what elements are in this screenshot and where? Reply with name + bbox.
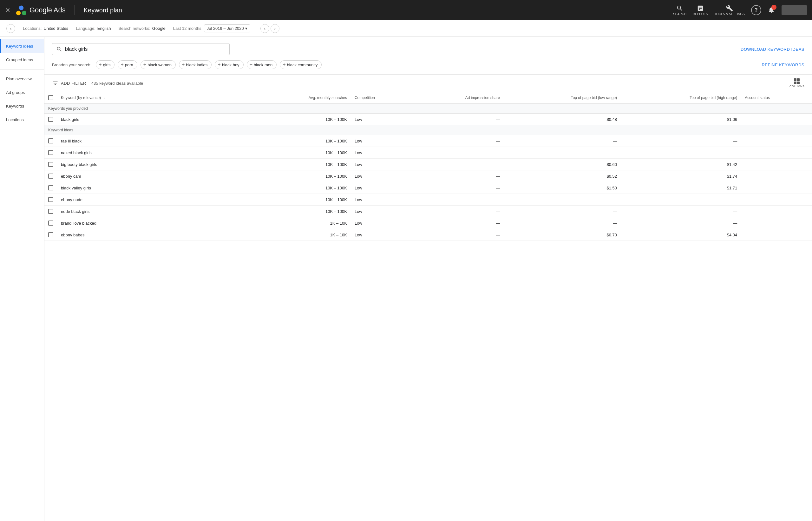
networks-filter: Search networks: Google [118, 26, 165, 31]
download-keyword-ideas-button[interactable]: DOWNLOAD KEYWORD IDEAS [741, 47, 804, 52]
idea-row-checkbox-7[interactable] [48, 221, 53, 226]
date-next-arrow[interactable]: › [271, 24, 279, 33]
notifications-button[interactable]: ! [768, 6, 775, 15]
ad-impression-header[interactable]: Ad impression share [412, 92, 504, 104]
select-all-checkbox[interactable] [48, 95, 53, 100]
broaden-tag-black-men[interactable]: + black men [247, 60, 277, 69]
idea-top-bid-high-cell-6: — [621, 206, 741, 217]
avg-monthly-header[interactable]: Avg. monthly searches [251, 92, 351, 104]
language-value[interactable]: English [97, 26, 111, 31]
locations-value[interactable]: United States [43, 26, 68, 31]
idea-row-checkbox-2[interactable] [48, 162, 53, 167]
idea-ad-impression-cell-0: — [412, 135, 504, 147]
collapse-button[interactable]: ‹ [6, 24, 15, 33]
idea-keyword-cell-7: brandi love blacked [57, 217, 251, 229]
idea-top-bid-high-cell-0: — [621, 135, 741, 147]
plus-icon: + [182, 62, 185, 68]
broaden-tag-girls[interactable]: + girls [96, 60, 115, 69]
broaden-tag-black-boy[interactable]: + black boy [215, 60, 243, 69]
top-bid-high-header[interactable]: Top of page bid (high range) [621, 92, 741, 104]
idea-account-status-cell-4 [741, 182, 812, 194]
keyword-search-input[interactable] [65, 46, 226, 52]
sidebar-item-keyword-ideas[interactable]: Keyword ideas [0, 39, 44, 53]
top-bid-low-cell-0: $0.48 [504, 114, 621, 125]
select-all-header[interactable] [44, 92, 57, 104]
account-status-header[interactable]: Account status [741, 92, 812, 104]
idea-row-checkbox-cell-3 [44, 171, 57, 182]
idea-row-checkbox-4[interactable] [48, 185, 53, 190]
idea-ad-impression-cell-1: — [412, 147, 504, 159]
page-title: Keyword plan [84, 7, 122, 14]
top-bid-high-cell-0: $1.06 [621, 114, 741, 125]
top-bid-low-header[interactable]: Top of page bid (low range) [504, 92, 621, 104]
columns-icon [794, 78, 799, 84]
sidebar: Keyword ideas Grouped ideas Plan overvie… [0, 37, 44, 521]
row-checkbox-0[interactable] [48, 117, 53, 122]
broaden-tag-black-women[interactable]: + black women [140, 60, 176, 69]
idea-account-status-cell-2 [741, 159, 812, 171]
idea-row-checkbox-8[interactable] [48, 232, 53, 237]
idea-keyword-cell-0: rae lil black [57, 135, 251, 147]
idea-ad-impression-cell-2: — [412, 159, 504, 171]
idea-ad-impression-cell-8: — [412, 229, 504, 241]
plus-icon: + [250, 62, 253, 68]
sidebar-item-locations[interactable]: Locations [0, 113, 44, 127]
idea-avg-monthly-cell-6: 10K – 100K [251, 206, 351, 217]
idea-top-bid-low-cell-8: $0.70 [504, 229, 621, 241]
sidebar-item-keywords[interactable]: Keywords [0, 99, 44, 113]
idea-avg-monthly-cell-2: 10K – 100K [251, 159, 351, 171]
idea-competition-cell-4: Low [351, 182, 412, 194]
broaden-tag-black-ladies[interactable]: + black ladies [179, 60, 212, 69]
table-row: ebony nude 10K – 100K Low — — — [44, 194, 812, 206]
close-icon[interactable]: ✕ [5, 6, 10, 14]
idea-row-checkbox-cell-6 [44, 206, 57, 217]
idea-top-bid-low-cell-4: $1.50 [504, 182, 621, 194]
broaden-tag-black-community[interactable]: + black community [280, 60, 322, 69]
networks-value[interactable]: Google [152, 26, 166, 31]
chevron-down-icon: ▾ [245, 26, 248, 31]
competition-header[interactable]: Competition [351, 92, 412, 104]
idea-row-checkbox-5[interactable] [48, 197, 53, 202]
idea-row-checkbox-1[interactable] [48, 150, 53, 155]
nav-left: ✕ Google Ads Keyword plan [5, 4, 122, 16]
add-filter-button[interactable]: ADD FILTER [61, 81, 86, 86]
idea-top-bid-high-cell-3: $1.74 [621, 171, 741, 182]
idea-top-bid-high-cell-8: $4.04 [621, 229, 741, 241]
idea-row-checkbox-3[interactable] [48, 174, 53, 179]
keyword-column-header[interactable]: Keyword (by relevance) ↓ [57, 92, 251, 104]
reports-nav-label: REPORTS [693, 13, 708, 16]
idea-keyword-cell-6: nude black girls [57, 206, 251, 217]
idea-top-bid-low-cell-0: — [504, 135, 621, 147]
user-avatar[interactable] [782, 5, 807, 15]
idea-competition-cell-2: Low [351, 159, 412, 171]
sidebar-item-grouped-ideas[interactable]: Grouped ideas [0, 53, 44, 67]
idea-top-bid-high-cell-5: — [621, 194, 741, 206]
idea-top-bid-high-cell-4: $1.71 [621, 182, 741, 194]
ad-impression-cell-0: — [412, 114, 504, 125]
sidebar-item-ad-groups[interactable]: Ad groups [0, 86, 44, 99]
sort-icon: ↓ [103, 96, 105, 99]
idea-row-checkbox-cell-8 [44, 229, 57, 241]
date-prev-arrow[interactable]: ‹ [260, 24, 269, 33]
broaden-tag-porn[interactable]: + porn [118, 60, 137, 69]
idea-row-checkbox-0[interactable] [48, 138, 53, 143]
columns-button[interactable]: COLUMNS [789, 78, 804, 88]
search-nav-button[interactable]: SEARCH [673, 5, 687, 16]
refine-keywords-button[interactable]: REFINE KEYWORDS [762, 63, 804, 67]
reports-nav-button[interactable]: REPORTS [693, 5, 708, 16]
tools-nav-label: TOOLS & SETTINGS [714, 13, 745, 16]
help-button[interactable]: ? [751, 5, 761, 15]
sidebar-item-plan-overview[interactable]: Plan overview [0, 72, 44, 86]
idea-account-status-cell-6 [741, 206, 812, 217]
tools-nav-button[interactable]: TOOLS & SETTINGS [714, 5, 745, 16]
nav-right: SEARCH REPORTS TOOLS & SETTINGS ? ! [673, 5, 807, 16]
date-dropdown[interactable]: Jul 2019 – Jun 2020 ▾ [204, 24, 250, 32]
date-nav-arrows: ‹ › [260, 24, 279, 33]
nav-divider [74, 5, 75, 15]
idea-avg-monthly-cell-1: 10K – 100K [251, 147, 351, 159]
table-row: brandi love blacked 1K – 10K Low — — — [44, 217, 812, 229]
language-filter: Language: English [76, 26, 111, 31]
idea-row-checkbox-6[interactable] [48, 209, 53, 214]
idea-top-bid-low-cell-5: — [504, 194, 621, 206]
idea-competition-cell-8: Low [351, 229, 412, 241]
